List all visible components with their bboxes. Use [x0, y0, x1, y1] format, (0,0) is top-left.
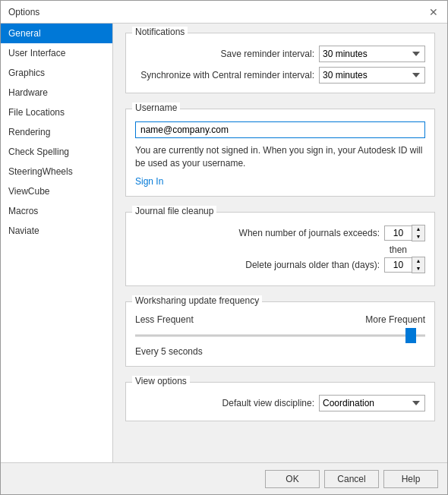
sync-reminder-dropdown[interactable]: 5 minutes 10 minutes 15 minutes 30 minut… — [319, 67, 425, 84]
journals-value-input[interactable] — [384, 225, 412, 241]
sidebar-item-viewcube[interactable]: ViewCube — [1, 181, 112, 201]
slider-track-container — [135, 328, 425, 343]
close-button[interactable]: ✕ — [427, 7, 440, 17]
sync-reminder-label: Synchronize with Central reminder interv… — [140, 70, 314, 80]
username-section: Username You are currently not signed in… — [125, 109, 435, 197]
cancel-button[interactable]: Cancel — [324, 470, 379, 488]
help-button[interactable]: Help — [383, 470, 438, 488]
notifications-section-label: Notifications — [132, 27, 188, 37]
sidebar: General User Interface Graphics Hardware… — [1, 24, 113, 462]
delete-spinner: ▲ ▼ — [384, 257, 425, 273]
sidebar-item-user-interface[interactable]: User Interface — [1, 43, 112, 63]
journals-spinner: ▲ ▼ — [384, 225, 425, 241]
delete-value-input[interactable] — [384, 257, 412, 273]
delete-journals-row: Delete journals older than (days): ▲ ▼ — [135, 257, 425, 273]
view-options-section-label: View options — [132, 376, 190, 386]
save-reminder-row: Save reminder interval: 5 minutes 10 min… — [135, 46, 425, 62]
journals-decrement-button[interactable]: ▼ — [412, 233, 424, 241]
discipline-dropdown[interactable]: Architectural Structural Mechanical Elec… — [319, 395, 425, 411]
sidebar-item-macros[interactable]: Macros — [1, 201, 112, 221]
sidebar-item-hardware[interactable]: Hardware — [1, 83, 112, 102]
slider-track — [135, 334, 425, 336]
worksharing-section: Worksharing update frequency Less Freque… — [125, 301, 435, 367]
slider-thumb[interactable] — [405, 328, 416, 343]
worksharing-section-label: Worksharing update frequency — [132, 295, 262, 306]
save-reminder-label: Save reminder interval: — [221, 49, 314, 59]
ok-button[interactable]: OK — [265, 470, 320, 488]
sidebar-item-naviate[interactable]: Naviate — [1, 221, 112, 241]
journal-section: Journal file cleanup When number of jour… — [125, 212, 435, 286]
notifications-section: Notifications Save reminder interval: 5 … — [125, 33, 435, 93]
view-options-section: View options Default view discipline: Ar… — [125, 382, 435, 421]
options-dialog: Options ✕ General User Interface Graphic… — [0, 0, 448, 495]
discipline-label: Default view discipline: — [222, 398, 314, 408]
sidebar-item-check-spelling[interactable]: Check Spelling — [1, 142, 112, 162]
then-text: then — [135, 244, 425, 255]
sidebar-item-rendering[interactable]: Rendering — [1, 122, 112, 142]
sync-reminder-row: Synchronize with Central reminder interv… — [135, 67, 425, 84]
username-input[interactable] — [135, 121, 425, 138]
title-bar: Options ✕ — [1, 1, 447, 24]
dialog-title: Options — [8, 7, 39, 17]
slider-value-text: Every 5 seconds — [135, 346, 425, 357]
sidebar-item-graphics[interactable]: Graphics — [1, 63, 112, 83]
more-frequent-label: More Frequent — [365, 314, 425, 325]
footer-bar: OK Cancel Help — [1, 462, 447, 494]
content-area: General User Interface Graphics Hardware… — [1, 24, 447, 462]
sidebar-item-general[interactable]: General — [1, 24, 112, 43]
sidebar-item-steeringwheels[interactable]: SteeringWheels — [1, 162, 112, 181]
username-note: You are currently not signed in. When yo… — [135, 144, 425, 170]
delete-increment-button[interactable]: ▲ — [412, 257, 424, 265]
sidebar-item-file-locations[interactable]: File Locations — [1, 102, 112, 122]
username-section-label: Username — [132, 102, 180, 113]
journals-spinner-buttons: ▲ ▼ — [412, 225, 425, 241]
discipline-row: Default view discipline: Architectural S… — [135, 395, 425, 411]
save-reminder-dropdown[interactable]: 5 minutes 10 minutes 15 minutes 30 minut… — [319, 46, 425, 62]
journals-exceeds-label: When number of journals exceeds: — [239, 228, 380, 238]
sign-in-link[interactable]: Sign In — [135, 176, 163, 187]
slider-freq-row: Less Frequent More Frequent — [135, 314, 425, 325]
less-frequent-label: Less Frequent — [135, 314, 194, 325]
delete-spinner-buttons: ▲ ▼ — [412, 257, 425, 273]
journals-increment-button[interactable]: ▲ — [412, 225, 424, 233]
main-panel: Notifications Save reminder interval: 5 … — [113, 24, 447, 462]
delete-journals-label: Delete journals older than (days): — [245, 260, 380, 270]
journals-exceeds-row: When number of journals exceeds: ▲ ▼ — [135, 225, 425, 241]
delete-decrement-button[interactable]: ▼ — [412, 265, 424, 273]
journal-section-label: Journal file cleanup — [132, 206, 216, 216]
